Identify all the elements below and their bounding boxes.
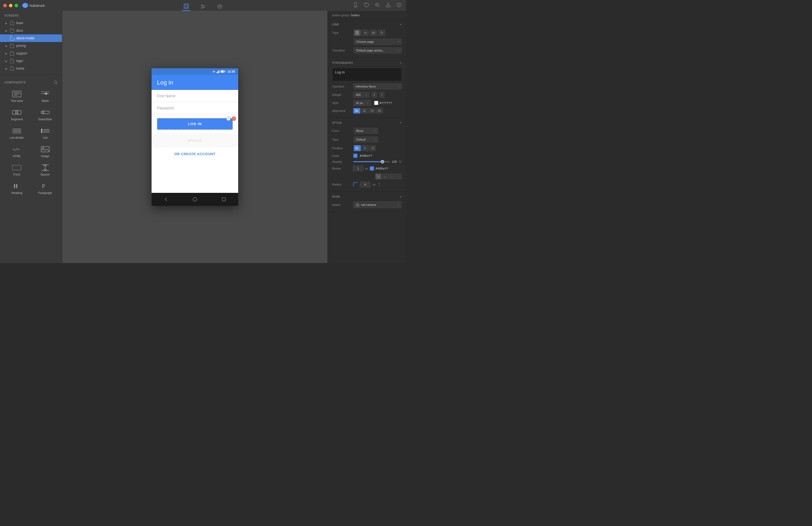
component-html[interactable]: </> HTML xyxy=(3,143,31,160)
component-label: Image xyxy=(41,154,49,158)
mobile-view-btn[interactable] xyxy=(353,2,358,8)
svg-rect-84 xyxy=(364,147,366,149)
minimize-button[interactable] xyxy=(9,4,12,7)
component-label: Paragraph xyxy=(38,191,52,195)
align-justify-btn[interactable] xyxy=(376,108,383,113)
sidebar-item-docs[interactable]: ▶ docs xyxy=(0,27,62,34)
close-handle[interactable]: ✕ xyxy=(232,116,236,121)
component-spacer[interactable]: Spacer xyxy=(32,161,59,179)
chevron-down-icon: ▾ xyxy=(374,129,376,132)
component-textarea[interactable]: Text area xyxy=(3,88,31,105)
file-icon xyxy=(10,36,14,40)
icon-select-box[interactable]: md-camera ▾ xyxy=(353,201,402,208)
style-color-swatch[interactable] xyxy=(353,154,358,158)
html-icon: </> xyxy=(12,146,21,153)
text-color-row: #ffffff xyxy=(374,101,392,105)
style-section-header[interactable]: STYLE ▾ xyxy=(328,120,406,127)
component-form[interactable]: Form xyxy=(3,161,31,179)
link-type-row: Type xyxy=(328,28,406,38)
sidebar-item-login[interactable]: ▶ login xyxy=(0,57,62,65)
form-select[interactable]: Block ▾ xyxy=(354,128,378,134)
pos-left-btn[interactable] xyxy=(354,145,361,151)
icon-section-header[interactable]: ICON ▾ xyxy=(328,194,406,200)
sidebar-item-base[interactable]: ▶ base xyxy=(0,19,62,27)
opacity-slider[interactable] xyxy=(353,161,390,162)
toolbar-design-btn[interactable] xyxy=(182,2,190,11)
sidebar-item-home[interactable]: ▶ home xyxy=(0,65,62,72)
canvas[interactable]: 12:30 Log in First Name Password LOG IN xyxy=(62,11,328,263)
align-right-btn[interactable] xyxy=(368,108,375,113)
opacity-label: Opacity xyxy=(332,160,351,163)
typeface-label: Typeface xyxy=(332,85,351,88)
radius-decrement-btn[interactable]: ▼ xyxy=(378,184,380,187)
component-heading[interactable]: H Heading xyxy=(3,180,31,197)
phone-status-bar: 12:30 xyxy=(151,68,238,75)
border-none-btn[interactable]: ✕ xyxy=(375,174,381,179)
nav-recents-icon[interactable] xyxy=(221,197,227,202)
style-section: STYLE ▾ Form Block ▾ Type Default ▾ Posi… xyxy=(328,117,406,191)
border-solid-btn[interactable]: — xyxy=(382,174,388,179)
pos-right-btn[interactable] xyxy=(369,145,376,151)
component-paragraph[interactable]: P Paragraph xyxy=(32,180,59,197)
border-dashed-btn[interactable]: - - xyxy=(389,174,395,179)
pos-center-btn[interactable] xyxy=(361,145,368,151)
svg-text:H: H xyxy=(14,183,18,189)
component-listdivider[interactable]: List divider xyxy=(3,125,31,142)
phone-type-btn[interactable] xyxy=(378,29,385,36)
italic-btn[interactable]: I xyxy=(379,91,385,98)
component-label: Spacer xyxy=(40,173,50,176)
bold-btn[interactable]: I xyxy=(372,91,377,98)
link-section-header[interactable]: LINK ▾ xyxy=(328,22,406,28)
typography-section-header[interactable]: TYPOGRAPHY ▾ xyxy=(328,60,406,67)
align-left-btn[interactable] xyxy=(353,108,360,113)
undo-btn[interactable] xyxy=(364,2,369,8)
sidebar-item-label: about-modal xyxy=(16,36,34,40)
type-select[interactable]: Default ▾ xyxy=(354,137,378,142)
component-search-btn[interactable] xyxy=(53,80,58,85)
border-row: Border 1 px #488aff xyxy=(328,165,406,172)
border-dotted-btn[interactable]: · · xyxy=(396,174,402,179)
phone-firstname-input[interactable]: First Name xyxy=(151,90,238,102)
toolbar-preview-btn[interactable] xyxy=(216,2,224,11)
create-account-link[interactable]: OR CREATE ACCOUNT xyxy=(151,147,238,160)
link-type-btn[interactable] xyxy=(362,29,369,36)
component-list[interactable]: List xyxy=(32,125,59,142)
svg-rect-62 xyxy=(221,71,223,72)
phone-password-input[interactable]: Password xyxy=(151,102,238,114)
component-segment[interactable]: Segment xyxy=(3,106,31,124)
sidebar-item-support[interactable]: ▶ support xyxy=(0,49,62,57)
size-select[interactable]: 16 px ▾ xyxy=(353,100,371,106)
border-color-swatch[interactable] xyxy=(370,166,374,171)
border-size-input[interactable]: 1 xyxy=(353,166,363,171)
align-center-btn[interactable] xyxy=(361,108,368,113)
email-type-btn[interactable] xyxy=(370,29,377,36)
svg-point-90 xyxy=(357,204,358,206)
component-slider[interactable]: Slider xyxy=(32,88,59,105)
zoom-btn[interactable] xyxy=(375,2,380,8)
sidebar-item-label: base xyxy=(16,21,23,25)
sidebar-item-about-modal[interactable]: ▶ about-modal xyxy=(0,34,62,42)
share-btn[interactable] xyxy=(386,2,391,8)
maximize-button[interactable] xyxy=(15,4,18,7)
component-searchbar[interactable]: Searchbar xyxy=(32,106,59,124)
page-select[interactable]: Choose page ▾ xyxy=(354,39,402,45)
login-button[interactable]: LOG IN xyxy=(157,118,233,130)
typography-text-input[interactable]: Log in xyxy=(332,68,402,81)
text-color-swatch[interactable] xyxy=(374,101,378,105)
file-icon xyxy=(10,59,14,63)
radius-input[interactable]: 4 xyxy=(360,182,371,187)
toolbar-layers-btn[interactable] xyxy=(199,2,207,11)
page-type-btn[interactable] xyxy=(354,29,361,36)
nav-back-icon[interactable] xyxy=(163,197,169,202)
typeface-select[interactable]: Helvetica Neue ▾ xyxy=(353,83,402,89)
close-button[interactable] xyxy=(3,4,7,7)
text-color-value: #ffffff xyxy=(379,101,392,105)
icon-section: ICON ▾ Select md-camera ▾ xyxy=(328,191,406,212)
weight-select[interactable]: 400 ▾ xyxy=(353,92,369,98)
help-btn[interactable] xyxy=(396,2,402,8)
settings-handle[interactable]: ⊙ xyxy=(226,116,231,121)
nav-home-icon[interactable] xyxy=(192,197,198,202)
sidebar-item-pricing[interactable]: ▶ pricing xyxy=(0,42,62,49)
component-image[interactable]: Image xyxy=(32,143,59,160)
transition-select[interactable]: Default page anima... ▾ xyxy=(354,47,402,53)
